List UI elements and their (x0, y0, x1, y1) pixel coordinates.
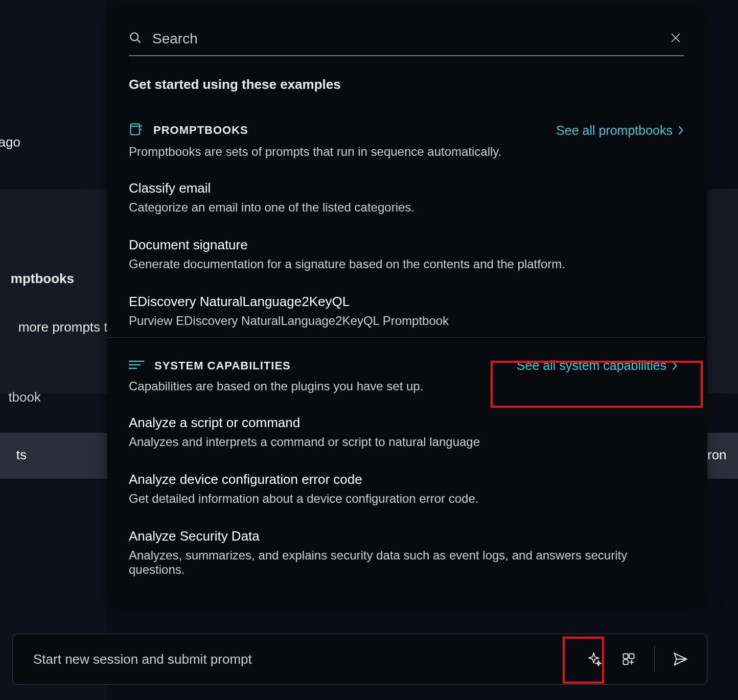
promptbooks-desc: Promptbooks are sets of prompts that run… (129, 145, 684, 159)
close-icon[interactable] (667, 30, 684, 48)
promptbook-item[interactable]: Classify email Categorize an email into … (129, 180, 684, 215)
sparkle-button[interactable] (584, 648, 606, 670)
promptbook-item[interactable]: EDiscovery NaturalLanguage2KeyQL Purview… (129, 294, 684, 328)
bg-text-tbook: tbook (8, 389, 41, 405)
grid-plus-icon (621, 652, 636, 666)
svg-rect-11 (624, 654, 628, 659)
capability-item[interactable]: Analyze Security Data Analyzes, summariz… (129, 528, 684, 577)
promptbooks-title: PROMPTBOOKS (153, 124, 248, 137)
svg-rect-4 (131, 124, 140, 135)
promptbook-item-desc: Categorize an email into one of the list… (129, 200, 684, 215)
bg-text-ne: ne (707, 389, 722, 393)
capability-item-title: Analyze a script or command (129, 415, 684, 431)
prompt-input[interactable] (33, 651, 584, 667)
chevron-right-icon (672, 361, 678, 371)
see-all-capabilities-link[interactable]: See all system capabilities (517, 358, 684, 373)
promptbook-icon (129, 122, 143, 138)
promptbook-item-desc: Generate documentation for a signature b… (129, 257, 684, 271)
capability-item[interactable]: Analyze device configuration error code … (129, 472, 684, 506)
capabilities-desc: Capabilities are based on the plugins yo… (129, 379, 684, 393)
promptbooks-header: PROMPTBOOKS See all promptbooks (129, 122, 684, 138)
bg-right-card2: ron (707, 433, 738, 479)
section-divider (107, 337, 705, 338)
get-started-heading: Get started using these examples (129, 77, 684, 92)
capabilities-header: SYSTEM CAPABILITIES See all system capab… (129, 358, 684, 373)
see-all-promptbooks-link[interactable]: See all promptbooks (556, 123, 684, 138)
plugins-button[interactable] (617, 648, 640, 670)
promptbook-item-title: Classify email (129, 180, 684, 196)
bg-text-ts: ts (16, 447, 27, 463)
search-row (129, 30, 684, 56)
svg-line-1 (137, 40, 141, 43)
capability-item-desc: Analyzes and interprets a command or scr… (129, 435, 684, 449)
svg-rect-12 (629, 654, 634, 659)
capability-item[interactable]: Analyze a script or command Analyzes and… (129, 415, 684, 449)
svg-point-0 (130, 33, 138, 40)
bg-text-ron: ron (707, 447, 727, 463)
bg-text-more-prompts: more prompts th (18, 319, 107, 335)
capability-item-title: Analyze device configuration error code (129, 472, 684, 487)
search-icon (129, 31, 142, 46)
promptbook-item-title: EDiscovery NaturalLanguage2KeyQL (129, 294, 684, 310)
send-button[interactable] (669, 648, 691, 670)
search-input[interactable] (152, 31, 667, 47)
chevron-right-icon (678, 125, 684, 135)
vertical-divider (654, 646, 655, 672)
promptbook-item[interactable]: Document signature Generate documentatio… (129, 237, 684, 271)
send-icon (673, 651, 688, 667)
bg-text-mptbooks: mptbooks (11, 271, 74, 287)
bg-text-ago: ago (0, 134, 20, 150)
promptbook-item-title: Document signature (129, 237, 684, 253)
svg-rect-13 (624, 660, 628, 664)
promptbook-item-desc: Purview EDiscovery NaturalLanguage2KeyQL… (129, 314, 684, 328)
capability-item-title: Analyze Security Data (129, 528, 684, 544)
bg-right-card: ne (707, 189, 738, 393)
see-all-capabilities-label: See all system capabilities (517, 358, 666, 373)
sparkle-icon (588, 652, 602, 666)
list-icon (129, 359, 144, 372)
capability-item-desc: Get detailed information about a device … (129, 492, 684, 506)
capabilities-title: SYSTEM CAPABILITIES (154, 359, 291, 372)
background-sidebar: ago mptbooks more prompts th tbook ts (0, 0, 107, 700)
see-all-promptbooks-label: See all promptbooks (556, 123, 673, 138)
prompt-actions (584, 646, 691, 672)
prompts-popup: Get started using these examples PROMPTB… (107, 9, 705, 607)
capability-item-desc: Analyzes, summarizes, and explains secur… (129, 548, 684, 577)
bg-card: mptbooks more prompts th tbook (0, 189, 107, 393)
bg-card2: ts (0, 433, 107, 479)
prompt-bar (12, 634, 707, 685)
